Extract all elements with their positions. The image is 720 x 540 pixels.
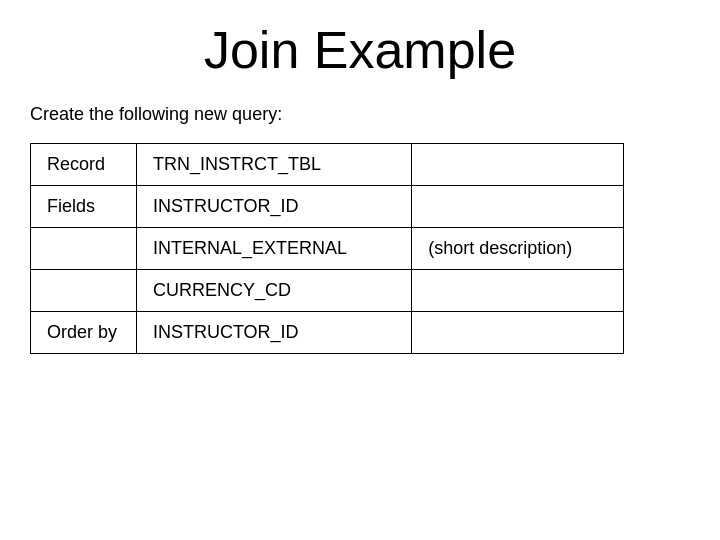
- row-value: INSTRUCTOR_ID: [136, 312, 411, 354]
- page-subtitle: Create the following new query:: [30, 104, 282, 125]
- row-extra: [412, 312, 624, 354]
- row-extra: [412, 186, 624, 228]
- row-label: [31, 270, 137, 312]
- page-container: Join Example Create the following new qu…: [0, 0, 720, 540]
- table-row: Order byINSTRUCTOR_ID: [31, 312, 624, 354]
- row-extra: [412, 270, 624, 312]
- row-value: INSTRUCTOR_ID: [136, 186, 411, 228]
- row-label: Record: [31, 144, 137, 186]
- row-label: Fields: [31, 186, 137, 228]
- page-title: Join Example: [30, 20, 690, 80]
- query-table: RecordTRN_INSTRCT_TBLFieldsINSTRUCTOR_ID…: [30, 143, 624, 354]
- row-value: CURRENCY_CD: [136, 270, 411, 312]
- table-row: RecordTRN_INSTRCT_TBL: [31, 144, 624, 186]
- row-label: [31, 228, 137, 270]
- row-label: Order by: [31, 312, 137, 354]
- row-extra: (short description): [412, 228, 624, 270]
- row-extra: [412, 144, 624, 186]
- table-row: INTERNAL_EXTERNAL(short description): [31, 228, 624, 270]
- row-value: INTERNAL_EXTERNAL: [136, 228, 411, 270]
- table-row: FieldsINSTRUCTOR_ID: [31, 186, 624, 228]
- table-row: CURRENCY_CD: [31, 270, 624, 312]
- row-value: TRN_INSTRCT_TBL: [136, 144, 411, 186]
